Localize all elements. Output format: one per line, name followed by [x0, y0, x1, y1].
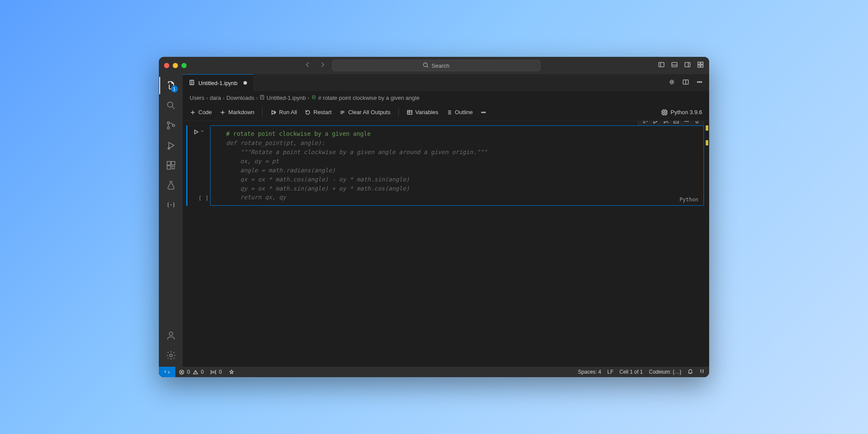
panel-left-icon[interactable]	[658, 61, 665, 70]
source-control-icon[interactable]	[165, 119, 177, 132]
layout-grid-icon[interactable]	[697, 61, 704, 70]
explorer-icon[interactable]: 1	[165, 79, 177, 92]
warning-count: 0	[201, 369, 204, 375]
testing-icon[interactable]	[165, 179, 177, 191]
svg-point-9	[167, 122, 169, 124]
panel-right-icon[interactable]	[684, 61, 691, 70]
svg-point-10	[167, 127, 169, 129]
codeium-icon[interactable]	[165, 199, 177, 211]
problems-status[interactable]: 0 0	[175, 369, 207, 375]
modified-dot-icon	[243, 81, 247, 85]
search-sidebar-icon[interactable]	[165, 99, 177, 112]
svg-rect-30	[662, 110, 667, 115]
svg-point-27	[482, 112, 483, 112]
outline-button[interactable]: Outline	[446, 109, 473, 115]
panel-bottom-icon[interactable]	[671, 61, 678, 70]
svg-point-17	[169, 332, 173, 335]
window-body: 1 Untitled-1.ipynb	[159, 74, 709, 367]
vscode-window: Search 1	[159, 57, 709, 377]
cell-language-label[interactable]: Python	[680, 196, 698, 204]
variables-button[interactable]: Variables	[407, 109, 438, 115]
ghost-line: qy = ox * math.sin(angle) + oy * math.co…	[226, 184, 695, 193]
error-count: 0	[187, 369, 190, 375]
explorer-badge: 1	[171, 85, 178, 92]
breadcrumb-seg[interactable]: dara	[210, 95, 221, 101]
kernel-label: Python 3.9.6	[671, 109, 702, 115]
breadcrumb-seg[interactable]: Users	[190, 95, 204, 101]
run-debug-icon[interactable]	[165, 139, 177, 151]
svg-rect-3	[685, 62, 690, 67]
toolbar-separator	[262, 108, 263, 116]
layout-controls	[658, 61, 704, 70]
svg-point-22	[697, 81, 698, 82]
add-markdown-button[interactable]: Markdown	[220, 109, 254, 115]
cell-body: # rotate point clockwise by a given angl…	[210, 125, 704, 206]
extensions-icon[interactable]	[165, 159, 177, 171]
cell-focus-bar	[186, 125, 187, 206]
indent-status[interactable]: Spaces: 4	[578, 369, 601, 375]
svg-point-0	[424, 62, 427, 66]
ghost-line: def rotate_point(pt, angle):	[226, 138, 695, 148]
minimize-window-button[interactable]	[173, 63, 178, 68]
breadcrumb-seg[interactable]: Untitled-1.ipynb	[266, 95, 306, 101]
codeium-status[interactable]: Codeium: {…}	[649, 369, 681, 375]
editor-actions	[668, 74, 709, 91]
kernel-picker[interactable]: Python 3.9.6	[661, 109, 702, 116]
svg-rect-26	[407, 110, 412, 114]
split-editor-icon[interactable]	[682, 79, 689, 87]
svg-point-34	[686, 121, 687, 122]
customize-notebook-icon[interactable]	[668, 79, 675, 87]
copilot-status[interactable]	[225, 369, 238, 375]
back-icon[interactable]	[304, 61, 311, 70]
settings-gear-icon[interactable]	[165, 349, 177, 362]
svg-point-33	[684, 121, 685, 122]
code-cell[interactable]: # rotate point clockwise by a given angl…	[186, 125, 704, 206]
breadcrumb[interactable]: Users› dara› Downloads› Untitled-1.ipynb…	[183, 92, 709, 104]
ports-status[interactable]: 0	[207, 369, 225, 375]
svg-rect-2	[672, 62, 677, 67]
svg-point-20	[671, 81, 673, 83]
svg-rect-7	[701, 65, 703, 67]
svg-point-29	[485, 112, 486, 112]
svg-rect-14	[171, 161, 175, 165]
codeium-brackets-icon[interactable]	[699, 368, 705, 375]
svg-rect-13	[167, 161, 171, 165]
run-all-button[interactable]: Run All	[270, 109, 297, 115]
search-placeholder: Search	[431, 62, 449, 69]
remote-indicator[interactable]	[159, 367, 175, 377]
command-search[interactable]: Search	[332, 60, 540, 71]
breadcrumb-seg[interactable]: # rotate point clockwise by a given angl…	[318, 95, 419, 101]
notifications-icon[interactable]	[687, 368, 693, 375]
cell-position-status[interactable]: Cell 1 of 1	[619, 369, 643, 375]
toolbar-overflow-icon[interactable]	[480, 109, 487, 115]
ghost-line: return qx, qy	[226, 193, 695, 202]
tab-bar: Untitled-1.ipynb	[183, 74, 709, 92]
forward-icon[interactable]	[319, 61, 326, 70]
tab-title: Untitled-1.ipynb	[198, 80, 237, 86]
svg-rect-1	[659, 62, 664, 67]
run-cell-button[interactable]	[191, 125, 207, 135]
notebook-file-icon	[189, 79, 195, 87]
python-cell-icon	[311, 95, 316, 101]
statusbar: 0 0 0 Spaces: 4 LF Cell 1 of 1 Codeium: …	[159, 367, 709, 377]
maximize-window-button[interactable]	[181, 63, 187, 68]
restart-button[interactable]: Restart	[305, 109, 332, 115]
svg-rect-6	[698, 65, 700, 67]
breadcrumb-seg[interactable]: Downloads	[227, 95, 254, 101]
account-icon[interactable]	[165, 329, 177, 342]
svg-point-28	[483, 112, 484, 112]
editor-group: Untitled-1.ipynb Users› dara› Downloads›…	[183, 74, 709, 367]
add-code-button[interactable]: Code	[190, 109, 212, 115]
clear-outputs-button[interactable]: Clear All Outputs	[339, 109, 391, 115]
close-window-button[interactable]	[164, 63, 169, 68]
code-editor[interactable]: # rotate point clockwise by a given angl…	[210, 125, 704, 206]
svg-point-35	[687, 121, 688, 122]
notebook-area: # rotate point clockwise by a given angl…	[183, 121, 709, 367]
more-actions-icon[interactable]	[696, 79, 703, 87]
tab-notebook[interactable]: Untitled-1.ipynb	[183, 74, 253, 91]
eol-status[interactable]: LF	[607, 369, 613, 375]
code-line: # rotate point clockwise by a given angl…	[226, 129, 695, 138]
svg-rect-16	[172, 166, 174, 169]
overview-ruler	[706, 125, 708, 145]
execution-count: [ ]	[198, 194, 208, 203]
